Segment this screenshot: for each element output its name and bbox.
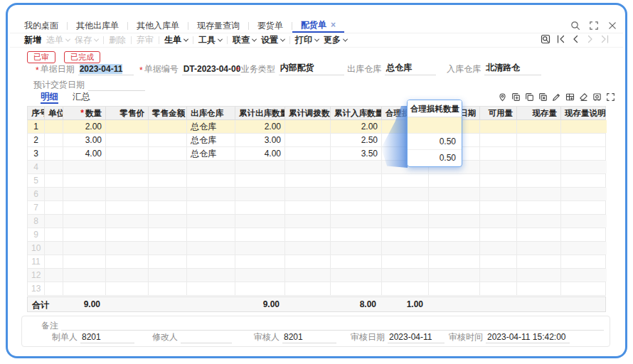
cell-out_wh[interactable] (187, 269, 235, 282)
cell-unit[interactable] (45, 201, 63, 214)
cell-out_wh[interactable] (187, 201, 235, 214)
cell-loss_qty[interactable] (382, 201, 429, 214)
cell-out_wh[interactable] (187, 282, 235, 295)
field-input-预计交货日期[interactable] (88, 80, 145, 91)
cell-retail_amt[interactable] (149, 161, 187, 173)
cell-unit[interactable] (45, 174, 63, 187)
cell-avail_qty[interactable] (480, 215, 517, 228)
cell-in_qty[interactable] (331, 228, 382, 241)
cell-retail_price[interactable] (106, 269, 149, 282)
column-header-transfer_qty[interactable]: 累计调拨数量 (285, 107, 331, 119)
cell-out_qty[interactable]: 4.00 (235, 147, 285, 160)
first-icon[interactable] (555, 34, 565, 44)
cell-retail_amt[interactable] (149, 188, 187, 200)
cell-qty[interactable] (63, 282, 106, 295)
cell-retail_price[interactable] (106, 228, 149, 241)
cell-in_qty[interactable] (331, 255, 382, 268)
cell-unit[interactable] (45, 242, 63, 255)
cell-transfer_qty[interactable] (285, 188, 331, 200)
cell-stock_qty[interactable] (517, 201, 561, 214)
cell-qty[interactable] (63, 255, 106, 268)
cell-out_qty[interactable] (235, 174, 285, 187)
column-header-out_wh[interactable]: 出库仓库 (187, 107, 235, 119)
cell-retail_price[interactable] (106, 201, 149, 214)
cell-date[interactable] (429, 188, 480, 200)
cell-transfer_qty[interactable] (285, 282, 331, 295)
cell-retail_price[interactable] (106, 255, 149, 268)
cell-avail_qty[interactable] (480, 174, 517, 187)
cell-retail_price[interactable] (106, 188, 149, 200)
field-input-出库仓库[interactable]: 总仓库 (385, 62, 436, 75)
cell-loss_qty[interactable] (382, 215, 429, 228)
cell-seq[interactable]: 2 (28, 134, 45, 146)
eraser-icon[interactable] (579, 92, 588, 102)
cell-qty[interactable]: 3.00 (63, 134, 106, 146)
cell-transfer_qty[interactable] (285, 120, 331, 133)
table-row[interactable]: 7 (28, 201, 605, 215)
cell-stock_qty[interactable] (517, 134, 561, 146)
cell-retail_amt[interactable] (149, 228, 187, 241)
cell-loss_qty[interactable] (382, 269, 429, 282)
cell-qty[interactable] (63, 188, 106, 200)
cell-loss_qty[interactable] (382, 282, 429, 295)
cell-in_qty[interactable] (331, 201, 382, 214)
column-header-avail_qty[interactable]: 可用量 (480, 107, 517, 119)
cell-transfer_qty[interactable] (285, 242, 331, 255)
cell-seq[interactable]: 1 (28, 120, 45, 133)
cell-unit[interactable] (45, 255, 63, 268)
cell-stock_qty[interactable] (517, 215, 561, 228)
cell-date[interactable] (429, 215, 480, 228)
cell-unit[interactable] (45, 147, 63, 160)
cell-in_qty[interactable] (331, 215, 382, 228)
column-header-qty[interactable]: *数量 (63, 107, 106, 119)
locate-icon[interactable] (498, 92, 507, 102)
cell-seq[interactable]: 9 (28, 228, 45, 241)
tab-配货单[interactable]: 配货单× (292, 18, 344, 33)
cell-retail_price[interactable] (106, 242, 149, 255)
cell-avail_qty[interactable] (480, 147, 517, 160)
cell-qty[interactable] (63, 215, 106, 228)
table-row[interactable]: 5 (28, 174, 605, 188)
cell-qty[interactable] (63, 242, 106, 255)
cell-retail_amt[interactable] (149, 174, 187, 187)
cell-out_qty[interactable]: 3.00 (235, 134, 285, 146)
cell-avail_qty[interactable] (480, 228, 517, 241)
cell-in_qty[interactable] (331, 282, 382, 295)
cell-date[interactable] (429, 255, 480, 268)
vault-icon[interactable] (592, 92, 602, 102)
cell-loss_qty[interactable] (382, 255, 429, 268)
cell-stock_qty[interactable] (517, 228, 561, 241)
cell-date[interactable] (429, 269, 480, 282)
cell-retail_amt[interactable] (149, 215, 187, 228)
column-header-stock_qty[interactable]: 现存量 (517, 107, 561, 119)
cell-retail_amt[interactable] (149, 201, 187, 214)
column-header-stock_note[interactable]: 现存量说明 (561, 107, 607, 119)
table-row[interactable]: 9 (28, 228, 605, 242)
cell-seq[interactable]: 8 (28, 215, 45, 228)
toolbar-button-打印[interactable]: 打印 (295, 34, 319, 46)
cell-out_wh[interactable] (187, 188, 235, 200)
search-list-icon[interactable] (541, 34, 550, 44)
cell-out_qty[interactable] (235, 201, 285, 214)
cell-transfer_qty[interactable] (285, 269, 331, 282)
table-row[interactable]: 8 (28, 215, 605, 228)
close-icon[interactable] (607, 21, 617, 31)
table-row[interactable]: 6 (28, 188, 605, 201)
tab-close-icon[interactable]: × (331, 21, 336, 29)
fullscreen-icon[interactable] (589, 21, 599, 31)
cell-unit[interactable] (45, 269, 63, 282)
cell-seq[interactable]: 7 (28, 201, 45, 214)
cell-stock_note[interactable] (561, 282, 607, 295)
cell-out_wh[interactable] (187, 161, 235, 173)
field-input-审核日期[interactable]: 2023-04-11 (388, 332, 445, 343)
column-header-in_qty[interactable]: 累计入库数量 (331, 107, 382, 119)
prev-icon[interactable] (570, 34, 580, 44)
cell-seq[interactable]: 10 (28, 242, 45, 255)
column-header-out_qty[interactable]: 累计出库数量 (235, 107, 285, 119)
cell-transfer_qty[interactable] (285, 147, 331, 160)
toolbar-button-设置[interactable]: 设置 (261, 34, 284, 46)
table-row[interactable]: 34.00总仓库4.003.50 (28, 147, 605, 161)
cell-qty[interactable] (63, 228, 106, 241)
detail-tab-汇总[interactable]: 汇总 (73, 91, 90, 104)
cell-qty[interactable] (63, 161, 106, 173)
